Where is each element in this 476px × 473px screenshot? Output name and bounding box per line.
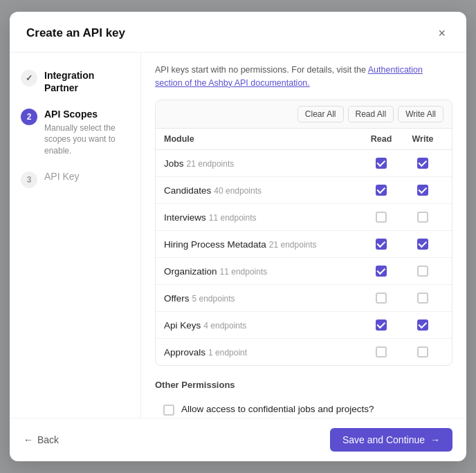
write-cell [402,212,443,223]
read-checkbox-candidates[interactable] [376,185,387,196]
write-cell [402,158,443,169]
read-checkbox-interviews[interactable] [376,212,387,223]
step-item-api-scopes[interactable]: 2API ScopesManually select the scopes yo… [21,108,129,157]
table-row: Offers5 endpoints [156,285,452,312]
module-endpoints: 21 endpoints [187,159,235,169]
back-arrow-icon: ← [24,434,33,445]
step-icon-api-scopes: 2 [21,109,37,125]
write-checkbox-offers[interactable] [417,293,428,304]
read-cell [360,266,402,277]
write-cell [402,293,443,304]
step-icon-api-key: 3 [21,171,37,188]
permission-text-confidential: Allow access to confidential jobs and pr… [181,404,374,414]
read-checkbox-api-keys[interactable] [376,319,387,331]
read-cell [360,158,402,169]
write-checkbox-api-keys[interactable] [417,319,428,331]
step-text-api-scopes: API ScopesManually select the scopes you… [44,108,129,157]
module-name: Api Keys [164,320,201,331]
modal-title: Create an API key [26,26,125,40]
module-endpoints: 4 endpoints [203,321,246,331]
table-row: Hiring Process Metadata21 endpoints [156,231,452,258]
table-header: ModuleReadWrite [156,129,452,150]
arrow-right-icon: → [430,434,440,445]
back-button[interactable]: ← Back [24,434,59,445]
read-checkbox-hiring-process-metadata[interactable] [376,239,387,250]
table-row: Organization11 endpoints [156,258,452,285]
write-checkbox-candidates[interactable] [417,185,428,196]
read-cell [360,293,402,304]
table-row: Jobs21 endpoints [156,150,452,177]
permissions-table: Clear AllRead AllWrite AllModuleReadWrit… [155,100,452,366]
action-btn-clear-all[interactable]: Clear All [298,106,344,122]
write-checkbox-jobs[interactable] [417,158,428,169]
modal-overlay: Create an API key × ✓Integration Partner… [0,0,476,473]
modal: Create an API key × ✓Integration Partner… [10,12,466,461]
module-name-cell: Api Keys4 endpoints [164,319,360,331]
module-endpoints: 21 endpoints [269,240,317,250]
back-label: Back [37,434,59,445]
intro-link[interactable]: Authentication section of the Ashby API … [155,65,423,88]
step-label-integration-partner: Integration Partner [44,69,129,94]
module-name-cell: Offers5 endpoints [164,292,360,304]
modal-body: ✓Integration Partner2API ScopesManually … [10,53,466,418]
step-text-api-key: API Key [44,171,80,182]
write-checkbox-hiring-process-metadata[interactable] [417,239,428,250]
module-name-cell: Interviews11 endpoints [164,211,360,223]
write-cell [402,266,443,277]
module-name: Jobs [164,158,184,169]
table-header-module: Module [164,134,360,144]
read-checkbox-approvals[interactable] [376,346,387,358]
permission-checkbox-confidential[interactable] [163,405,174,416]
module-name-cell: Hiring Process Metadata21 endpoints [164,238,360,250]
module-name: Organization [164,266,217,277]
step-label-api-key: API Key [44,171,80,182]
module-name: Approvals [164,347,205,358]
step-item-api-key[interactable]: 3API Key [21,171,129,188]
write-cell [402,185,443,196]
write-checkbox-organization[interactable] [417,266,428,277]
table-row: Approvals1 endpoint [156,339,452,365]
module-name: Offers [164,293,190,304]
read-checkbox-organization[interactable] [376,266,387,277]
write-checkbox-interviews[interactable] [417,212,428,223]
step-text-integration-partner: Integration Partner [44,69,129,94]
write-checkbox-approvals[interactable] [417,346,428,358]
step-label-api-scopes: API Scopes [44,108,129,120]
sidebar: ✓Integration Partner2API ScopesManually … [10,53,141,418]
other-permissions-title: Other Permissions [155,380,452,390]
module-endpoints: 11 endpoints [220,267,268,277]
module-endpoints: 5 endpoints [192,294,235,304]
module-name: Candidates [164,185,211,196]
table-row: Candidates40 endpoints [156,177,452,204]
scrollable-area[interactable]: API keys start with no permissions. For … [141,53,466,418]
module-endpoints: 1 endpoint [208,348,247,358]
table-actions-row: Clear AllRead AllWrite All [156,100,452,129]
step-item-integration-partner[interactable]: ✓Integration Partner [21,69,129,94]
save-continue-button[interactable]: Save and Continue → [330,428,452,452]
write-cell [402,239,443,250]
modal-header: Create an API key × [10,12,466,53]
modal-footer: ← Back Save and Continue → [10,418,466,461]
table-row: Interviews11 endpoints [156,204,452,231]
close-button[interactable]: × [434,26,450,41]
action-btn-write-all[interactable]: Write All [398,106,443,122]
module-name-cell: Approvals1 endpoint [164,346,360,358]
read-checkbox-offers[interactable] [376,293,387,304]
intro-text: API keys start with no permissions. For … [155,64,452,90]
module-endpoints: 40 endpoints [214,186,262,196]
read-cell [360,319,402,331]
module-name: Hiring Process Metadata [164,239,266,250]
read-cell [360,212,402,223]
table-row: Api Keys4 endpoints [156,312,452,339]
module-name-cell: Organization11 endpoints [164,265,360,277]
other-permissions-section: Other PermissionsAllow access to confide… [155,380,452,418]
save-label: Save and Continue [342,434,425,445]
permission-label-confidential: Allow access to confidential jobs and pr… [181,404,374,414]
table-header-read: Read [360,134,402,144]
write-cell [402,346,443,358]
read-cell [360,346,402,358]
read-checkbox-jobs[interactable] [376,158,387,169]
read-cell [360,185,402,196]
step-icon-integration-partner: ✓ [21,70,37,86]
action-btn-read-all[interactable]: Read All [348,106,394,122]
